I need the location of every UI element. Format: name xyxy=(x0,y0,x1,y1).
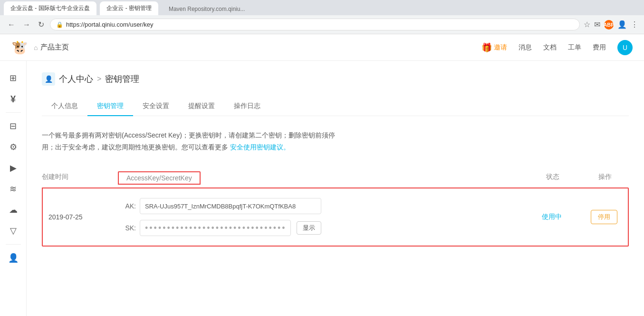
sk-label: SK: xyxy=(123,224,136,232)
tab-operation-log[interactable]: 操作日志 xyxy=(224,97,270,116)
main-content: 👤 个人中心 > 密钥管理 个人信息 密钥管理 安全设置 提醒设置 操作日志 一… xyxy=(27,61,644,316)
table-header: 创建时间 AccessKey/SecretKey 状态 操作 xyxy=(42,167,629,188)
star-icon[interactable]: ☆ xyxy=(584,20,590,29)
browser-tab-3[interactable]: Maven Repository.com.qiniu... xyxy=(162,3,252,15)
refresh-button[interactable]: ↻ xyxy=(36,19,46,30)
ak-label: AK: xyxy=(123,202,136,210)
invite-button[interactable]: 🎁 邀请 xyxy=(481,42,507,53)
key-actions: 停用 xyxy=(580,210,628,224)
nav-billing[interactable]: 费用 xyxy=(593,43,606,52)
app-container: ⊞ ¥ ⊟ ⚙ ▶ ≋ ☁ ▽ 👤 👤 个人中心 > 密钥管理 个人信息 密钥管… xyxy=(0,61,644,316)
menu-icon[interactable]: ⋮ xyxy=(631,20,638,29)
breadcrumb-icon: 👤 xyxy=(42,72,55,86)
lock-icon: 🔒 xyxy=(56,21,63,28)
tab-reminders[interactable]: 提醒设置 xyxy=(179,97,224,116)
top-nav: 🐮 ⌂ 产品主页 🎁 邀请 消息 文档 工单 费用 U xyxy=(0,34,644,61)
sidebar-icon-funnel[interactable]: ▽ xyxy=(4,221,23,240)
ak-field-row: AK: xyxy=(123,198,321,214)
show-sk-button[interactable]: 显示 xyxy=(297,221,321,235)
nav-right: 🎁 邀请 消息 文档 工单 费用 U xyxy=(481,40,633,55)
sidebar-icon-home[interactable]: ⊞ xyxy=(4,69,23,88)
sidebar-icon-cloud[interactable]: ☁ xyxy=(4,200,23,219)
key-date: 2019-07-25 xyxy=(43,213,119,221)
logo: 🐮 xyxy=(11,40,28,55)
key-row: 2019-07-25 AK: SK: 显示 使用中 停用 xyxy=(42,188,629,247)
invite-icon: 🎁 xyxy=(481,42,492,53)
breadcrumb: 👤 个人中心 > 密钥管理 xyxy=(42,72,629,86)
url-text: https://portal.qiniu.com/user/key xyxy=(66,21,574,28)
tab-bar: 企业云盘 - 国际版七牛企业云盘 企业云 - 密钥管理 Maven Reposi… xyxy=(0,0,644,15)
sidebar-icon-settings[interactable]: ⚙ xyxy=(4,138,23,157)
page-tabs: 个人信息 密钥管理 安全设置 提醒设置 操作日志 xyxy=(42,97,629,116)
user-avatar[interactable]: U xyxy=(617,40,633,55)
forward-button[interactable]: → xyxy=(21,20,32,30)
sidebar-icon-user[interactable]: 👤 xyxy=(4,248,23,267)
nav-tickets[interactable]: 工单 xyxy=(568,43,581,52)
tab-security[interactable]: 安全设置 xyxy=(133,97,179,116)
sidebar-icon-video[interactable]: ▶ xyxy=(4,158,23,178)
col-header-date: 创建时间 xyxy=(42,173,118,181)
key-header-box: AccessKey/SecretKey xyxy=(118,171,201,185)
sk-input[interactable] xyxy=(140,220,291,236)
profile-icon[interactable]: 👤 xyxy=(617,20,627,29)
sidebar-icon-money[interactable]: ¥ xyxy=(4,89,23,109)
invite-label: 邀请 xyxy=(494,43,507,52)
col-header-action: 操作 xyxy=(581,173,629,181)
col-header-key: AccessKey/SecretKey xyxy=(118,170,321,184)
nav-messages[interactable]: 消息 xyxy=(519,43,532,52)
browser-tab-1[interactable]: 企业云盘 - 国际版七牛企业云盘 xyxy=(4,1,96,15)
mail-icon[interactable]: ✉ xyxy=(594,20,600,29)
browser-tab-2[interactable]: 企业云 - 密钥管理 xyxy=(100,1,158,15)
tab-personal-info[interactable]: 个人信息 xyxy=(42,97,87,116)
sidebar-divider-1 xyxy=(6,112,21,113)
col-header-status: 状态 xyxy=(524,173,581,181)
sidebar-icon-grid[interactable]: ⊟ xyxy=(4,117,23,136)
browser-actions: ☆ ✉ ABP 👤 ⋮ xyxy=(584,20,638,30)
abp-icon[interactable]: ABP xyxy=(604,20,614,30)
stop-button[interactable]: 停用 xyxy=(591,210,617,224)
breadcrumb-separator: > xyxy=(97,75,101,83)
nav-docs[interactable]: 文档 xyxy=(543,43,557,52)
breadcrumb-home: 个人中心 xyxy=(59,73,93,85)
sidebar-divider-2 xyxy=(6,244,21,245)
address-bar[interactable]: 🔒 https://portal.qiniu.com/user/key xyxy=(50,19,580,30)
security-link[interactable]: 安全使用密钥建议。 xyxy=(230,143,290,151)
sk-field-row: SK: 显示 xyxy=(123,220,321,236)
sidebar-icon-stream[interactable]: ≋ xyxy=(4,179,23,198)
description-text: 一个账号最多拥有两对密钥(Access/Secret Key)；更换密钥时，请创… xyxy=(42,129,346,153)
ak-input[interactable] xyxy=(140,198,321,214)
home-link[interactable]: ⌂ 产品主页 xyxy=(34,43,69,52)
key-fields: AK: SK: 显示 xyxy=(119,198,325,236)
sidebar: ⊞ ¥ ⊟ ⚙ ▶ ≋ ☁ ▽ 👤 xyxy=(0,61,27,316)
description-content: 一个账号最多拥有两对密钥(Access/Secret Key)；更换密钥时，请创… xyxy=(42,131,335,151)
home-label: 产品主页 xyxy=(40,43,69,52)
breadcrumb-current: 密钥管理 xyxy=(105,73,139,85)
back-button[interactable]: ← xyxy=(6,20,17,30)
key-status: 使用中 xyxy=(523,213,580,221)
home-icon: ⌂ xyxy=(34,44,38,51)
tab-key-management[interactable]: 密钥管理 xyxy=(87,97,133,116)
browser-chrome: ← → ↻ 🔒 https://portal.qiniu.com/user/ke… xyxy=(0,15,644,34)
